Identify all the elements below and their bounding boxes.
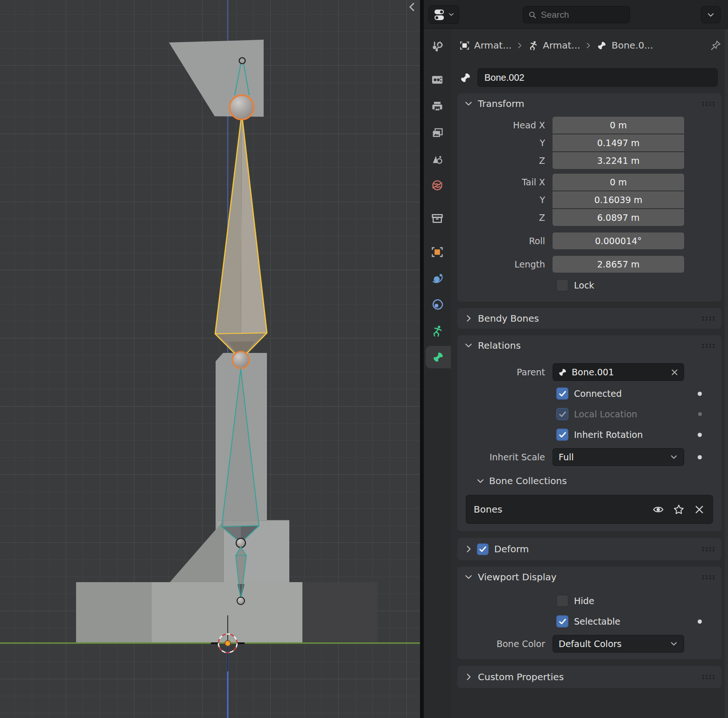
output-printer-icon	[431, 100, 444, 113]
panel-viewport-display-header[interactable]: Viewport Display	[457, 567, 721, 587]
tab-physics[interactable]	[424, 267, 451, 290]
tab-world[interactable]	[424, 174, 451, 197]
lock-label: Lock	[574, 280, 594, 290]
field-label: Z	[461, 155, 553, 166]
inherit-scale-dropdown[interactable]: Full	[553, 448, 684, 466]
head-y-field[interactable]: 0.1497 m	[553, 134, 684, 151]
panel-custom-properties-header[interactable]: Custom Properties	[457, 666, 721, 688]
chevron-down-icon	[464, 99, 473, 108]
properties-tab-rail	[424, 29, 451, 718]
solo-star-icon[interactable]	[673, 504, 685, 515]
object-origin-dot	[225, 641, 231, 646]
inherit-rotation-checkbox[interactable]	[556, 429, 568, 441]
tab-render[interactable]	[424, 69, 451, 91]
selectable-checkbox[interactable]	[556, 615, 568, 627]
breadcrumb-armature[interactable]: Armat...	[543, 40, 580, 51]
root-bone-tail-joint[interactable]	[237, 597, 245, 605]
mesh-base-mid[interactable]	[152, 582, 302, 642]
breadcrumb-bone[interactable]: Bone.0...	[611, 40, 653, 51]
panel-drag-grip[interactable]	[701, 675, 716, 680]
breadcrumb: Armat... Armat... Bone.0...	[459, 36, 721, 54]
tab-object[interactable]	[424, 241, 451, 263]
bone-collections-subpanel-header[interactable]: Bone Collections	[461, 468, 718, 486]
head-z-field[interactable]: 3.2241 m	[553, 152, 684, 169]
clear-parent-icon[interactable]	[670, 368, 679, 377]
deform-checkbox[interactable]	[477, 543, 489, 555]
search-field[interactable]	[523, 6, 630, 23]
sidebar-toggle-icon[interactable]	[406, 1, 418, 13]
tool-icon	[431, 41, 444, 54]
tab-scene[interactable]	[424, 148, 451, 170]
properties-options-button[interactable]	[701, 6, 721, 23]
inherit-rotation-label: Inherit Rotation	[574, 429, 643, 440]
region-divider[interactable]	[420, 0, 424, 718]
chevron-down-icon	[464, 341, 473, 350]
3d-viewport[interactable]	[0, 0, 420, 718]
search-input[interactable]	[541, 10, 616, 20]
panel-drag-grip[interactable]	[701, 343, 716, 348]
mesh-base-right-dark[interactable]	[302, 582, 378, 642]
bone-002-tail-joint-active[interactable]	[230, 95, 254, 120]
unassign-x-icon[interactable]	[693, 504, 705, 515]
hide-checkbox[interactable]	[556, 595, 568, 607]
head-xyz-group: Head X0 m Y0.1497 m Z3.2241 m	[461, 117, 718, 169]
scene-icon	[431, 153, 444, 166]
pin-icon[interactable]	[710, 40, 721, 51]
bone-003-tail-joint[interactable]	[239, 58, 245, 64]
chevron-right-icon	[464, 314, 473, 323]
panel-drag-grip[interactable]	[701, 547, 716, 552]
properties-content: Armat... Armat... Bone.0... Transform	[451, 29, 728, 718]
visibility-eye-icon[interactable]	[652, 504, 664, 515]
editor-type-button[interactable]	[428, 5, 459, 24]
parent-field[interactable]: Bone.001	[553, 363, 684, 381]
mesh-base-left[interactable]	[76, 582, 152, 642]
tab-bone[interactable]	[426, 346, 451, 368]
panel-drag-grip[interactable]	[701, 316, 716, 321]
bone-002-head-joint-selected[interactable]	[232, 352, 249, 368]
tab-constraints[interactable]	[424, 294, 451, 316]
properties-header	[424, 0, 728, 29]
chevron-down-icon	[448, 11, 455, 18]
panel-drag-grip[interactable]	[701, 101, 716, 106]
head-x-field[interactable]: 0 m	[553, 117, 684, 134]
breadcrumb-object[interactable]: Armat...	[474, 40, 511, 51]
constraints-icon	[431, 298, 444, 311]
bone-icon[interactable]	[596, 40, 607, 51]
decorator-dot[interactable]	[698, 455, 702, 459]
local-location-checkbox	[556, 408, 568, 420]
tab-tool[interactable]	[424, 36, 451, 58]
decorator-dot[interactable]	[698, 412, 702, 416]
connected-label: Connected	[574, 388, 622, 399]
length-field[interactable]: 2.8657 m	[553, 256, 684, 273]
panel-deform-header[interactable]: Deform	[457, 538, 721, 560]
connected-checkbox[interactable]	[556, 387, 568, 400]
lock-checkbox[interactable]	[556, 279, 568, 291]
bone-name-input[interactable]	[477, 68, 718, 87]
decorator-dot[interactable]	[698, 433, 702, 437]
tail-x-field[interactable]: 0 m	[553, 174, 684, 190]
chevron-down-icon	[707, 11, 715, 19]
roll-field[interactable]: 0.000014°	[553, 232, 684, 249]
tab-view-layer[interactable]	[424, 121, 451, 144]
bone-001-head-joint[interactable]	[236, 538, 245, 548]
tail-y-field[interactable]: 0.16039 m	[553, 191, 684, 208]
panel-transform-header[interactable]: Transform	[457, 93, 721, 114]
bone-002-selected[interactable]	[215, 113, 267, 359]
armature-icon[interactable]	[528, 40, 539, 51]
bone-color-dropdown[interactable]: Default Colors	[553, 635, 684, 653]
decorator-dot[interactable]	[698, 392, 702, 396]
tab-output[interactable]	[424, 95, 451, 118]
tab-object-data-armature[interactable]	[424, 320, 451, 342]
panel-bendy-bones-header[interactable]: Bendy Bones	[457, 308, 721, 329]
tail-xyz-group: Tail X0 m Y0.16039 m Z6.0897 m	[461, 174, 718, 226]
panel-drag-grip[interactable]	[701, 575, 716, 580]
tail-z-field[interactable]: 6.0897 m	[553, 209, 684, 226]
tab-collection[interactable]	[424, 207, 451, 230]
parent-label: Parent	[461, 367, 553, 377]
object-icon[interactable]	[459, 40, 470, 51]
decorator-dot[interactable]	[698, 619, 702, 624]
panel-custom-properties: Custom Properties	[457, 666, 721, 688]
panel-relations-header[interactable]: Relations	[457, 335, 721, 356]
collection-item-name[interactable]: Bones	[474, 504, 502, 515]
field-label: Length	[461, 259, 553, 269]
